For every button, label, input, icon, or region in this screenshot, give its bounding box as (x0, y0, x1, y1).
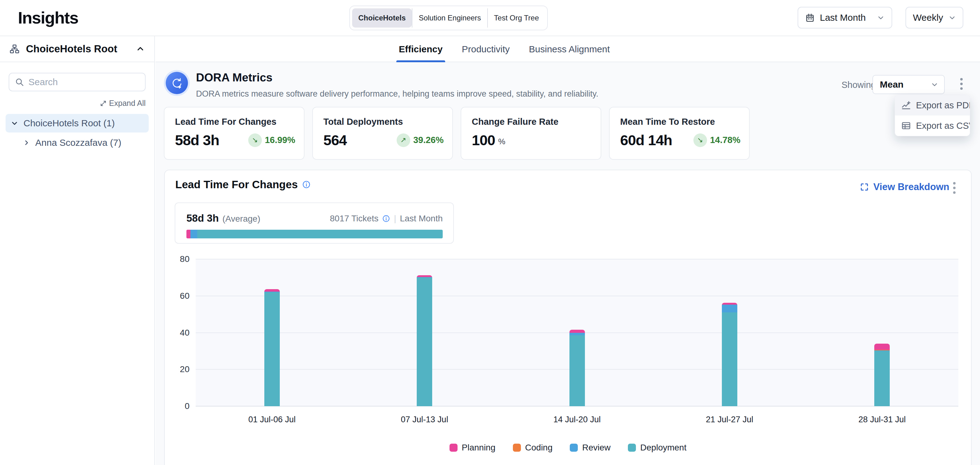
x-axis-label: 14 Jul-20 Jul (515, 415, 639, 425)
menu-item-export-pdf[interactable]: Export as PDF (895, 95, 970, 115)
metric-delta: ↘ 16.99% (248, 133, 295, 147)
metric-title: Change Failure Rate (472, 117, 558, 127)
legend-label: Deployment (640, 443, 686, 452)
progress-segment-review (191, 230, 197, 238)
sidebar-title: ChoiceHotels Root (26, 43, 129, 55)
bar-segment-deployment (570, 335, 585, 406)
y-axis-tick: 60 (164, 291, 189, 301)
org-tab-test-org-tree[interactable]: Test Org Tree (488, 8, 545, 27)
chart-kebab-menu-button[interactable] (951, 180, 958, 196)
chevron-down-icon (931, 80, 939, 88)
expand-arrows-icon (100, 100, 107, 107)
org-tree-sidebar: ChoiceHotels Root Expand All ChoiceHotel… (0, 36, 155, 465)
bar-segment-review (722, 305, 737, 312)
bar-segment-planning (264, 289, 280, 292)
y-axis-tick: 80 (164, 254, 189, 264)
expand-all-button[interactable]: Expand All (9, 99, 146, 108)
tree-item-label: Anna Scozzafava (7) (35, 137, 121, 148)
sidebar-search (9, 73, 146, 91)
search-icon (15, 77, 24, 87)
export-menu: Export as PDF Export as CSV (895, 95, 970, 136)
bar-segment-planning (570, 330, 585, 333)
tab-productivity[interactable]: Productivity (462, 36, 510, 62)
table-icon (901, 121, 911, 131)
stacked-bar[interactable] (570, 330, 585, 406)
menu-item-label: Export as PDF (916, 100, 970, 110)
calendar-icon (805, 13, 815, 22)
bar-segment-deployment (874, 351, 890, 406)
dora-metrics-badge (164, 70, 190, 96)
trend-down-icon: ↘ (248, 133, 262, 147)
metric-card-mean-time-restore: Mean Time To Restore 60d 14h ↘ 14.78% (609, 107, 750, 160)
progress-segment-planning (186, 230, 191, 238)
tree-item-root[interactable]: ChoiceHotels Root (1) (6, 114, 149, 133)
text-divider: | (394, 214, 396, 224)
stacked-bar[interactable] (264, 289, 280, 406)
delta-percent: 16.99% (265, 135, 295, 145)
y-axis-tick: 40 (164, 328, 189, 338)
tab-business-alignment[interactable]: Business Alignment (529, 36, 610, 62)
period-label: Last Month (400, 214, 443, 224)
showing-select[interactable]: Mean (872, 75, 945, 94)
granularity-value: Weekly (913, 13, 943, 23)
legend-item-review[interactable]: Review (570, 443, 611, 452)
main-tabs: Efficiency Productivity Business Alignme… (399, 36, 610, 62)
trend-up-icon: ↗ (397, 133, 410, 147)
delta-percent: 39.26% (413, 135, 444, 145)
x-axis-label: 01 Jul-06 Jul (210, 415, 334, 425)
chart-plot: 02040608001 Jul-06 Jul07 Jul-13 Jul14 Ju… (196, 259, 958, 406)
chevron-up-icon[interactable] (136, 44, 145, 54)
metric-title: Mean Time To Restore (620, 117, 715, 127)
bar-segment-planning (874, 344, 890, 350)
dora-kebab-menu-button[interactable] (958, 76, 964, 92)
main-tabs-row: Efficiency Productivity Business Alignme… (156, 36, 980, 62)
date-range-value: Last Month (820, 13, 865, 23)
legend-item-planning[interactable]: Planning (450, 443, 496, 452)
lead-progress-bar (186, 230, 443, 238)
metric-value: 58d 3h (175, 131, 219, 149)
y-axis-tick: 0 (164, 401, 189, 411)
info-icon[interactable] (302, 180, 311, 189)
showing-label: Showing (842, 80, 876, 90)
granularity-select[interactable]: Weekly (905, 7, 963, 29)
legend-item-coding[interactable]: Coding (513, 443, 553, 452)
bar-segment-review (570, 333, 585, 335)
legend-item-deployment[interactable]: Deployment (628, 443, 686, 452)
legend-swatch (570, 444, 578, 452)
info-icon[interactable] (382, 214, 390, 222)
tree-item-label: ChoiceHotels Root (1) (24, 118, 115, 128)
stacked-bar[interactable] (722, 303, 737, 406)
org-tab-choicehotels[interactable]: ChoiceHotels (352, 8, 412, 27)
tickets-count: 8017 Tickets (330, 214, 379, 224)
legend-label: Coding (525, 443, 553, 452)
chevron-right-icon[interactable] (23, 139, 30, 147)
legend-swatch (450, 444, 458, 452)
page-title: Insights (18, 8, 78, 27)
view-breakdown-label: View Breakdown (873, 181, 950, 193)
legend-label: Review (582, 443, 611, 452)
date-range-select[interactable]: Last Month (798, 7, 892, 29)
org-tab-solution-engineers[interactable]: Solution Engineers (412, 8, 487, 27)
x-axis-label: 07 Jul-13 Jul (363, 415, 486, 425)
x-axis-label: 28 Jul-31 Jul (820, 415, 944, 425)
average-label: (Average) (223, 214, 260, 224)
stacked-bar[interactable] (417, 275, 432, 406)
expand-all-label: Expand All (109, 99, 146, 108)
search-input[interactable] (29, 77, 139, 87)
tree-item-child[interactable]: Anna Scozzafava (7) (23, 134, 149, 151)
lead-time-summary-card: 58d 3h (Average) 8017 Tickets | Last Mon… (175, 203, 454, 244)
chevron-down-icon[interactable] (11, 119, 19, 127)
section-description: DORA metrics measure software delivery p… (196, 89, 598, 99)
lead-time-chart-card: Lead Time For Changes View Breakdown 58d… (164, 169, 972, 465)
tab-efficiency[interactable]: Efficiency (399, 36, 443, 62)
stacked-bar[interactable] (874, 344, 890, 406)
metric-unit: % (498, 137, 505, 147)
section-title: DORA Metrics (196, 71, 272, 84)
metric-card-change-failure-rate: Change Failure Rate 100 % (461, 107, 601, 160)
metric-value: 100 (472, 131, 495, 149)
metric-card-total-deployments: Total Deployments 564 ↗ 39.26% (312, 107, 453, 160)
menu-item-export-csv[interactable]: Export as CSV (895, 115, 970, 136)
trend-down-icon: ↘ (694, 133, 707, 147)
chevron-down-icon (877, 14, 885, 22)
view-breakdown-button[interactable]: View Breakdown (860, 181, 950, 193)
